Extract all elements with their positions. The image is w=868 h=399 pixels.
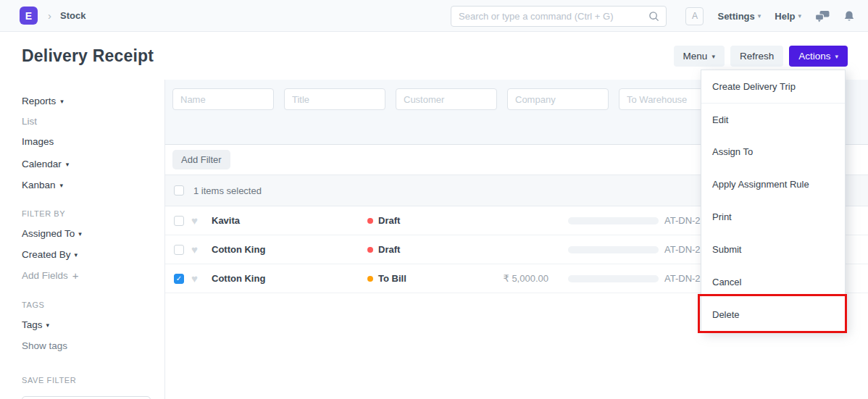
- filter-input-name[interactable]: [172, 88, 274, 110]
- status-dot-icon: [367, 247, 373, 253]
- chevron-down-icon: ▾: [798, 12, 801, 20]
- chevron-down-icon: ▾: [66, 161, 70, 168]
- add-fields-label: Add Fields: [22, 270, 68, 281]
- row-title[interactable]: Kavita: [212, 215, 367, 226]
- sidebar-item-reports[interactable]: Reports▾: [22, 96, 164, 106]
- menu-item-submit[interactable]: Submit: [701, 233, 845, 266]
- filter-input-title[interactable]: [284, 88, 385, 110]
- global-search[interactable]: [451, 6, 667, 27]
- sidebar-item-list[interactable]: List: [22, 116, 164, 127]
- avatar[interactable]: A: [685, 7, 704, 25]
- sidebar-item-add-fields[interactable]: Add Fields+: [22, 269, 164, 282]
- refresh-button-label: Refresh: [740, 51, 774, 62]
- tags-section-label: TAGS: [22, 301, 164, 309]
- settings-menu[interactable]: Settings ▾: [717, 11, 761, 22]
- navbar: E › Stock A Settings ▾ Help ▾: [0, 0, 868, 32]
- like-heart-icon[interactable]: ♥: [191, 243, 203, 256]
- sidebar-item-show-tags[interactable]: Show tags: [22, 340, 164, 351]
- help-label: Help: [775, 11, 795, 22]
- status-label: Draft: [378, 244, 400, 255]
- chevron-down-icon: ▾: [711, 53, 715, 60]
- progress-bar[interactable]: [568, 217, 659, 224]
- menu-item-print[interactable]: Print: [701, 201, 845, 233]
- chevron-down-icon: ▾: [835, 53, 838, 60]
- status-badge: Draft: [367, 244, 498, 255]
- help-menu[interactable]: Help ▾: [775, 11, 801, 22]
- list-label: List: [22, 116, 37, 127]
- row-checkbox[interactable]: [174, 216, 184, 226]
- chevron-down-icon: ▾: [75, 251, 78, 259]
- chevron-down-icon: ▾: [60, 98, 64, 105]
- select-all-checkbox[interactable]: [174, 185, 184, 196]
- assigned-to-label: Assigned To: [22, 228, 75, 239]
- status-dot-icon: [367, 218, 373, 224]
- chevron-down-icon: ▾: [78, 230, 82, 238]
- chevron-down-icon: ▾: [46, 322, 50, 329]
- actions-dropdown-menu: Create Delivery Trip Edit Assign To Appl…: [701, 70, 846, 332]
- filter-name-input[interactable]: [22, 396, 151, 399]
- sidebar-item-calendar[interactable]: Calendar▾: [22, 159, 164, 169]
- images-label: Images: [22, 136, 54, 147]
- sidebar-item-kanban[interactable]: Kanban▾: [22, 180, 164, 190]
- show-tags-label: Show tags: [22, 340, 67, 351]
- menu-item-assign-to[interactable]: Assign To: [701, 135, 845, 168]
- actions-button[interactable]: Actions ▾: [789, 46, 848, 67]
- status-label: Draft: [378, 215, 400, 226]
- sidebar-item-created-by[interactable]: Created By▾: [22, 249, 164, 260]
- status-badge: To Bill: [367, 273, 498, 284]
- kanban-label: Kanban: [22, 180, 56, 190]
- filter-by-section-label: FILTER BY: [22, 209, 164, 218]
- row-checkbox[interactable]: ✓: [174, 274, 184, 284]
- row-id[interactable]: AT-DN-2: [664, 273, 701, 284]
- row-checkbox[interactable]: [174, 245, 184, 255]
- navbar-right: A Settings ▾ Help ▾: [685, 0, 855, 32]
- page-title: Delivery Receipt: [22, 46, 154, 66]
- search-input[interactable]: [451, 11, 648, 22]
- row-amount: ₹ 5,000.00: [498, 273, 548, 284]
- actions-button-label: Actions: [798, 51, 830, 62]
- progress-bar[interactable]: [568, 275, 659, 282]
- like-heart-icon[interactable]: ♥: [191, 214, 203, 227]
- breadcrumb[interactable]: Stock: [60, 10, 85, 21]
- progress-bar[interactable]: [568, 246, 659, 253]
- menu-button[interactable]: Menu ▾: [674, 46, 725, 67]
- menu-item-apply-assignment-rule[interactable]: Apply Assignment Rule: [701, 168, 845, 201]
- save-filter-section-label: SAVE FILTER: [22, 376, 164, 385]
- menu-item-cancel[interactable]: Cancel: [701, 266, 845, 298]
- sidebar-item-assigned-to[interactable]: Assigned To▾: [22, 228, 164, 239]
- tags-label: Tags: [22, 319, 43, 330]
- like-heart-icon[interactable]: ♥: [191, 272, 203, 285]
- row-title[interactable]: Cotton King: [212, 244, 367, 255]
- page-actions: Menu ▾ Refresh Actions ▾: [674, 46, 848, 67]
- row-id[interactable]: AT-DN-2: [664, 215, 701, 226]
- plus-icon: +: [72, 269, 79, 282]
- selection-count-text: 1 items selected: [193, 185, 262, 196]
- filter-input-company[interactable]: [507, 88, 609, 110]
- reports-label: Reports: [22, 96, 56, 106]
- add-filter-button[interactable]: Add Filter: [172, 150, 230, 169]
- calendar-label: Calendar: [22, 159, 62, 169]
- chat-icon[interactable]: [815, 10, 830, 22]
- status-label: To Bill: [378, 273, 406, 284]
- settings-label: Settings: [717, 11, 754, 22]
- menu-item-create-delivery-trip[interactable]: Create Delivery Trip: [701, 70, 845, 103]
- chevron-down-icon: ▾: [758, 12, 761, 20]
- sidebar: Reports▾ List Images Calendar▾ Kanban▾ F…: [0, 80, 165, 399]
- created-by-label: Created By: [22, 249, 71, 260]
- status-badge: Draft: [367, 215, 498, 226]
- chevron-down-icon: ▾: [60, 182, 64, 189]
- sidebar-item-tags[interactable]: Tags▾: [22, 319, 164, 330]
- chevron-right-icon: ›: [48, 9, 51, 22]
- notifications-bell-icon[interactable]: [843, 10, 855, 22]
- refresh-button[interactable]: Refresh: [730, 46, 783, 67]
- menu-item-delete[interactable]: Delete: [701, 298, 845, 331]
- search-icon: [648, 11, 659, 22]
- row-id[interactable]: AT-DN-2: [664, 244, 701, 255]
- status-dot-icon: [367, 276, 373, 282]
- row-title[interactable]: Cotton King: [212, 273, 367, 284]
- menu-button-label: Menu: [683, 51, 708, 62]
- app-logo[interactable]: E: [20, 7, 38, 25]
- sidebar-item-images[interactable]: Images: [22, 136, 164, 147]
- filter-input-customer[interactable]: [396, 88, 497, 110]
- menu-item-edit[interactable]: Edit: [701, 103, 845, 135]
